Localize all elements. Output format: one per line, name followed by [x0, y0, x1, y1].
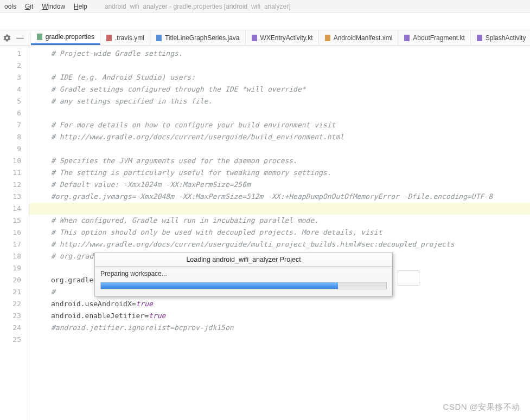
svg-rect-0	[37, 34, 42, 40]
line-number: 11	[0, 167, 21, 179]
code-line[interactable]: android.enableJetifier=true	[34, 310, 530, 322]
code-line[interactable]	[34, 60, 530, 72]
tab-splashactivity[interactable]: SplashActivity	[471, 30, 530, 45]
editor[interactable]: 1234567891011121314151617181920212223242…	[0, 46, 530, 420]
dialog-title: Loading android_wifi_analyzer Project	[95, 253, 392, 267]
tab-bar: — gradle.properties.travis.ymlTitleLineG…	[0, 30, 530, 46]
code-line[interactable]: # Gradle settings configured through the…	[34, 83, 530, 95]
line-number: 12	[0, 179, 21, 191]
code[interactable]: # Project-wide Gradle settings.# IDE (e.…	[29, 46, 530, 420]
line-number: 24	[0, 322, 21, 334]
gradle-icon	[36, 33, 43, 41]
menu-git[interactable]: Git	[21, 2, 37, 11]
tabs: gradle.properties.travis.ymlTitleLineGra…	[31, 30, 530, 45]
line-number: 20	[0, 274, 21, 286]
kt-icon	[476, 34, 483, 42]
code-line[interactable]: # http://www.gradle.org/docs/current/use…	[34, 131, 530, 143]
dialog-status-label: Preparing workspace...	[100, 270, 387, 277]
line-number: 21	[0, 286, 21, 298]
loading-dialog: Loading android_wifi_analyzer Project Pr…	[94, 253, 393, 296]
tab-label: AboutFragment.kt	[413, 34, 464, 42]
toolbar-blank	[0, 13, 530, 30]
tab-androidmanifest-xml[interactable]: AndroidManifest.xml	[319, 30, 399, 45]
line-number: 3	[0, 72, 21, 83]
kt-icon	[251, 34, 258, 42]
divider	[30, 33, 30, 43]
line-number: 23	[0, 310, 21, 322]
line-number: 25	[0, 334, 21, 346]
svg-rect-5	[404, 35, 410, 41]
tab-label: gradle.properties	[46, 33, 94, 41]
watermark: CSDN @安果移不动	[443, 402, 520, 412]
svg-rect-1	[106, 35, 112, 41]
progress-fill	[101, 282, 338, 289]
line-number: 9	[0, 143, 21, 155]
menu-window[interactable]: Window	[37, 2, 69, 11]
java-icon	[156, 34, 162, 42]
code-line[interactable]	[34, 203, 530, 215]
code-line[interactable]: # Default value: -Xmx1024m -XX:MaxPermSi…	[34, 179, 530, 191]
code-line[interactable]: # any settings specified in this file.	[34, 95, 530, 107]
tab-label: AndroidManifest.xml	[334, 34, 393, 42]
line-number: 17	[0, 238, 21, 250]
svg-rect-3	[252, 35, 257, 41]
line-number: 2	[0, 60, 21, 72]
gear-icon[interactable]	[3, 34, 11, 42]
tab-titlelinegraphseries-java[interactable]: TitleLineGraphSeries.java	[150, 30, 246, 45]
tab-label: .travis.yml	[115, 34, 144, 42]
line-number: 7	[0, 119, 21, 131]
tab-label: TitleLineGraphSeries.java	[165, 34, 240, 42]
code-line[interactable]: #android.jetifier.ignorelist=bcprov-jdk1…	[34, 322, 530, 334]
line-number: 16	[0, 227, 21, 238]
svg-rect-4	[325, 35, 330, 41]
line-number: 5	[0, 95, 21, 107]
line-number: 6	[0, 107, 21, 119]
code-line[interactable]: # Project-wide Gradle settings.	[34, 48, 530, 60]
code-line[interactable]: #org.gradle.jvmargs=-Xmx2048m -XX:MaxPer…	[34, 191, 530, 203]
code-line[interactable]: # IDE (e.g. Android Studio) users:	[34, 72, 530, 83]
tab-aboutfragment-kt[interactable]: AboutFragment.kt	[398, 30, 470, 45]
tab-wxentryactivity-kt[interactable]: WXEntryActivity.kt	[246, 30, 319, 45]
svg-rect-6	[477, 35, 482, 41]
code-line[interactable]: # This option should only be used with d…	[34, 227, 530, 238]
code-line[interactable]	[34, 143, 530, 155]
gutter: 1234567891011121314151617181920212223242…	[0, 46, 29, 420]
code-line[interactable]: android.useAndroidX=true	[34, 298, 530, 310]
menu-help[interactable]: Help	[69, 2, 92, 11]
code-line[interactable]: # Specifies the JVM arguments used for t…	[34, 155, 530, 167]
code-line[interactable]: # The setting is particularly useful for…	[34, 167, 530, 179]
kt-icon	[404, 34, 410, 42]
svg-rect-2	[156, 35, 162, 41]
tab-label: WXEntryActivity.kt	[260, 34, 313, 42]
line-number: 8	[0, 131, 21, 143]
xml-icon	[324, 34, 331, 42]
line-number: 10	[0, 155, 21, 167]
tab--travis-yml[interactable]: .travis.yml	[100, 30, 150, 45]
line-number: 1	[0, 48, 21, 60]
window-title: android_wifi_analyzer - gradle.propertie…	[105, 3, 291, 10]
collapse-icon[interactable]: —	[14, 34, 26, 42]
line-number: 15	[0, 215, 21, 227]
line-number: 18	[0, 250, 21, 262]
line-number: 22	[0, 298, 21, 310]
line-number: 13	[0, 191, 21, 203]
code-line[interactable]	[34, 334, 530, 346]
code-line[interactable]: # When configured, Gradle will run in in…	[34, 215, 530, 227]
menu-tools[interactable]: ools	[0, 2, 21, 11]
code-line[interactable]	[34, 107, 530, 119]
tab-label: SplashActivity	[486, 34, 526, 42]
code-line[interactable]: # For more details on how to configure y…	[34, 119, 530, 131]
yml-icon	[106, 34, 112, 42]
tab-gradle-properties[interactable]: gradle.properties	[31, 30, 100, 45]
dialog-side-button[interactable]	[398, 270, 419, 286]
code-line[interactable]: # http://www.gradle.org/docs/current/use…	[34, 238, 530, 250]
menu-bar: ools Git Window Help android_wifi_analyz…	[0, 0, 530, 13]
progress-bar	[100, 282, 387, 289]
line-number: 14	[0, 203, 21, 215]
line-number: 4	[0, 83, 21, 95]
line-number: 19	[0, 262, 21, 274]
